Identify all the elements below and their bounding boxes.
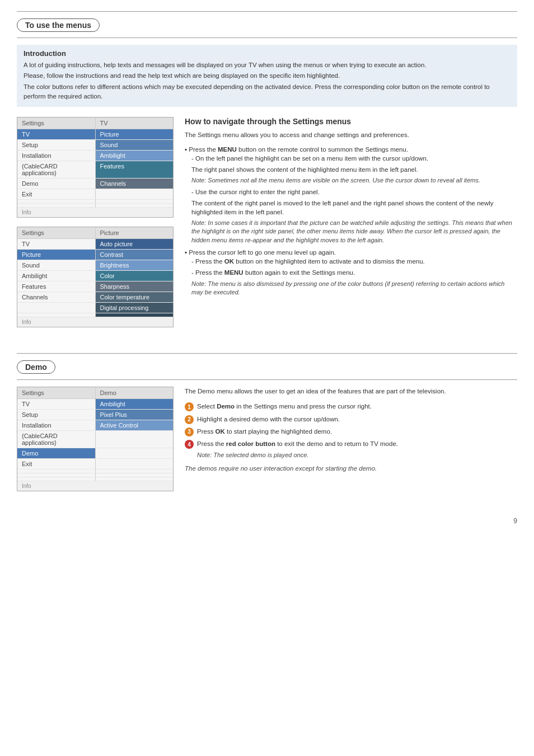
menu-col-right-3: Demo: [95, 387, 174, 398]
menu-item-right: [95, 189, 174, 199]
menu-row: {CableCARD applications}: [17, 431, 173, 448]
menu-row: TV Picture: [17, 129, 173, 140]
header-divider: [17, 37, 517, 38]
menu-row: Demo Channels: [17, 179, 173, 189]
nav-sub-2b: Press the MENU button again to exit the …: [185, 268, 517, 277]
nav-bullet-2: Press the cursor left to go one menu lev…: [185, 248, 517, 297]
menu-footer-2: Info: [17, 317, 173, 327]
demo-step-1: 1 Select Demo in the Settings menu and p…: [185, 402, 517, 411]
demo-step-4: 4 Press the red color button to exit the…: [185, 439, 517, 449]
section-use-menus: To use the menus Introduction A lot of g…: [17, 11, 517, 336]
menu-item-right: Active Control: [95, 420, 174, 430]
menu-item-left: TV: [17, 239, 95, 249]
menu-col-left-2: Settings: [17, 227, 95, 238]
nav-sub-1b-note: Note: In some cases it is important that…: [185, 219, 517, 245]
menu-footer-3: Info: [17, 481, 173, 491]
menu-item-left: {CableCARD applications}: [17, 161, 95, 178]
menu-mockups-panel: Settings TV TV Picture Setup Sound Insta…: [17, 117, 174, 336]
menu-item-left: Demo: [17, 448, 95, 458]
menu-item-left: TV: [17, 399, 95, 409]
section-header-menus: To use the menus: [17, 18, 100, 32]
menu-row: Installation Ambilight: [17, 151, 173, 161]
menu-col-right-2: Picture: [95, 227, 174, 238]
menu-row: [17, 200, 173, 204]
menu-item-right: [95, 469, 174, 473]
nav-sub-1a-text: The right panel shows the content of the…: [185, 165, 517, 174]
menu-item-right: Color: [95, 271, 174, 281]
nav-sub-1b-text: The content of the right panel is moved …: [185, 199, 517, 217]
menu-row: Sound Brightness: [17, 260, 173, 271]
menu-item-left: Picture: [17, 250, 95, 260]
menu-row: [17, 313, 173, 317]
menu-row: Channels Color temperature: [17, 292, 173, 303]
step-text-4: Press the red color button to exit the d…: [197, 439, 398, 449]
menu-item-right: Ambilight: [95, 399, 174, 409]
nav-bullet-1: Press the MENU button on the remote cont…: [185, 145, 517, 245]
menu-item-left: [17, 477, 95, 481]
menu-row: Picture Contrast: [17, 250, 173, 260]
menu-col-left-1: Settings: [17, 118, 95, 129]
menu-item-left: [17, 473, 95, 477]
menu-item-left: Installation: [17, 151, 95, 161]
nav-sub-2b-note: Note: The menu is also dismissed by pres…: [185, 280, 517, 297]
menu-row: Demo: [17, 448, 173, 459]
nav-sub-1a-note: Note: Sometimes not all the menu items a…: [185, 176, 517, 185]
demo-note-1: Note: The selected demo is played once.: [185, 452, 517, 458]
menu-item-right: Auto picture: [95, 239, 174, 249]
step-number-4: 4: [185, 440, 194, 449]
menu-item-right: Brightness: [95, 260, 174, 270]
menu-item-right: [95, 431, 174, 448]
menu-item-left: Setup: [17, 410, 95, 420]
menu-row: Features Sharpness: [17, 281, 173, 292]
menu-header-3: Settings Demo: [17, 387, 173, 399]
menu-mockup-1: Settings TV TV Picture Setup Sound Insta…: [17, 117, 174, 218]
menu-item-right: Contrast: [95, 250, 174, 260]
menu-item-right: [95, 204, 174, 207]
main-content-area: Settings TV TV Picture Setup Sound Insta…: [17, 117, 517, 336]
menu-row: [17, 469, 173, 473]
nav-list: Press the MENU button on the remote cont…: [185, 145, 517, 297]
menu-item-right: Channels: [95, 179, 174, 189]
menu-item-left: Ambilight: [17, 271, 95, 281]
menu-item-left: Channels: [17, 292, 95, 302]
section-demo: Demo Settings Demo TV Ambilight Setup Pi…: [17, 353, 517, 500]
menu-item-left: Demo: [17, 179, 95, 189]
menu-item-left: {CableCARD applications}: [17, 431, 95, 448]
menu-row: Exit: [17, 459, 173, 469]
step-text-1: Select Demo in the Settings menu and pre…: [197, 402, 372, 411]
nav-title: How to navigate through the Settings men…: [185, 117, 517, 126]
demo-menu-panel: Settings Demo TV Ambilight Setup Pixel P…: [17, 387, 174, 500]
menu-item-right: [95, 477, 174, 481]
intro-para3: The color buttons refer to different act…: [24, 82, 510, 102]
menu-item-right: Color temperature: [95, 292, 174, 302]
menu-item-right: Picture: [95, 129, 174, 139]
nav-sub-1b: Use the cursor right to enter the right …: [185, 187, 517, 196]
page-number-area: 9: [17, 517, 517, 525]
menu-item-left: Installation: [17, 420, 95, 430]
demo-content-area: Settings Demo TV Ambilight Setup Pixel P…: [17, 387, 517, 500]
menu-row: Setup Pixel Plus: [17, 410, 173, 420]
menu-item-left: Setup: [17, 140, 95, 150]
menu-footer-1: Info: [17, 208, 173, 217]
section-header-demo: Demo: [17, 360, 55, 374]
menu-row: Setup Sound: [17, 140, 173, 151]
nav-subtitle: The Settings menu allows you to access a…: [185, 130, 517, 139]
menu-header-2: Settings Picture: [17, 227, 173, 239]
step-number-3: 3: [185, 428, 194, 436]
menu-item-right: Ambilight: [95, 151, 174, 161]
menu-item-left: [17, 204, 95, 207]
menu-row: Ambilight Color: [17, 271, 173, 281]
demo-step-2: 2 Highlight a desired demo with the curs…: [185, 415, 517, 424]
demo-steps-list: 1 Select Demo in the Settings menu and p…: [185, 402, 517, 449]
top-divider: [17, 11, 517, 12]
menu-item-left: Features: [17, 281, 95, 292]
menu-item-right: Sound: [95, 140, 174, 150]
menu-mockup-2: Settings Picture TV Auto picture Picture…: [17, 227, 174, 327]
menu-item-left: TV: [17, 129, 95, 139]
menu-item-left: [17, 200, 95, 203]
menu-item-right: [95, 448, 174, 458]
nav-sub-1a: On the left panel the highlight can be s…: [185, 154, 517, 163]
menu-item-left: Sound: [17, 260, 95, 270]
menu-col-right-1: TV: [95, 118, 174, 129]
demo-instructions-panel: The Demo menu allows the user to get an …: [185, 387, 517, 500]
